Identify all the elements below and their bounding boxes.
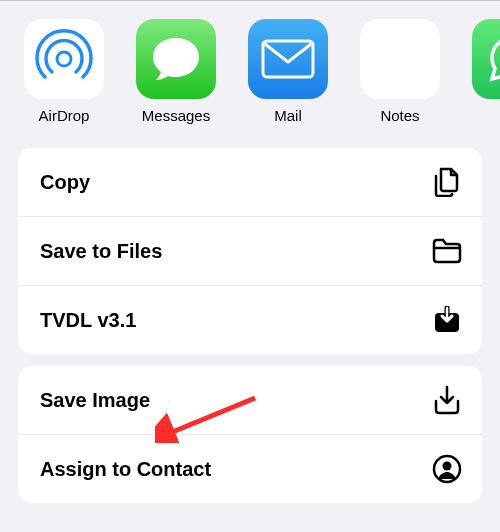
- share-target-label: Messages: [142, 107, 210, 124]
- action-copy[interactable]: Copy: [18, 148, 482, 217]
- copy-icon: [432, 167, 462, 197]
- action-label: Copy: [40, 171, 90, 194]
- airdrop-icon: [24, 19, 104, 99]
- share-target-notes[interactable]: Notes: [360, 19, 440, 124]
- share-target-mail[interactable]: Mail: [248, 19, 328, 124]
- action-save-to-files[interactable]: Save to Files: [18, 217, 482, 286]
- mail-icon: [248, 19, 328, 99]
- action-label: Save to Files: [40, 240, 162, 263]
- share-target-messages[interactable]: Messages: [136, 19, 216, 124]
- download-icon: [432, 385, 462, 415]
- share-target-label: Notes: [380, 107, 419, 124]
- share-targets-row: AirDrop Messages Mail Not: [0, 1, 500, 142]
- action-save-image[interactable]: Save Image: [18, 366, 482, 435]
- whatsapp-icon: [472, 19, 500, 99]
- notes-icon: [360, 19, 440, 99]
- share-target-label: Mail: [274, 107, 302, 124]
- share-target-whatsapp[interactable]: Wh: [472, 19, 500, 124]
- svg-point-0: [57, 52, 71, 66]
- share-target-airdrop[interactable]: AirDrop: [24, 19, 104, 124]
- action-tvdl[interactable]: TVDL v3.1: [18, 286, 482, 354]
- share-target-label: AirDrop: [39, 107, 90, 124]
- download-box-icon: [432, 305, 462, 335]
- actions-group-1: Copy Save to Files TVDL v3.1: [18, 148, 482, 354]
- action-assign-to-contact[interactable]: Assign to Contact: [18, 435, 482, 503]
- contact-icon: [432, 454, 462, 484]
- svg-point-5: [443, 462, 452, 471]
- action-label: TVDL v3.1: [40, 309, 136, 332]
- folder-icon: [432, 236, 462, 266]
- messages-icon: [136, 19, 216, 99]
- action-label: Save Image: [40, 389, 150, 412]
- actions-group-2: Save Image Assign to Contact: [18, 366, 482, 503]
- action-label: Assign to Contact: [40, 458, 211, 481]
